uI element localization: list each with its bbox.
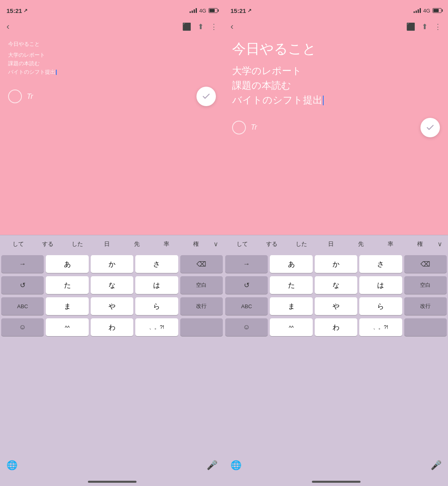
right-key-dakuten[interactable]: ^^ (270, 318, 312, 336)
left-more-icon[interactable]: ⋮ (210, 22, 218, 31)
right-key-arrow[interactable]: → (225, 255, 268, 273)
left-suggestion-0[interactable]: して (3, 239, 33, 249)
left-network-label: 4G (199, 8, 206, 14)
right-toolbar-right: ⬛ ⬆ ⋮ (406, 22, 442, 31)
right-suggestion-0[interactable]: して (227, 239, 257, 249)
right-back-button[interactable]: ‹ (230, 21, 233, 32)
right-suggestion-6[interactable]: 権 (405, 239, 435, 249)
left-key-ha[interactable]: は (135, 276, 178, 294)
right-key-na[interactable]: な (315, 276, 357, 294)
signal-bar-2 (192, 11, 193, 13)
left-circle-button[interactable] (8, 90, 22, 103)
right-network-label: 4G (423, 8, 430, 14)
left-key-a[interactable]: あ (46, 255, 88, 273)
right-key-space[interactable]: 空白 (404, 276, 447, 294)
left-key-emoji[interactable]: ☺ (1, 318, 44, 336)
left-check-button[interactable] (196, 87, 216, 106)
left-time-text: 15:21 (6, 7, 22, 14)
left-tr-label[interactable]: Tr (27, 92, 33, 101)
left-suggestion-1[interactable]: する (33, 239, 62, 249)
left-keyboard-row-4: ☺ ^^ わ 、。?! (1, 318, 223, 336)
left-delete-icon[interactable]: ⬛ (182, 22, 191, 31)
right-more-icon[interactable]: ⋮ (434, 22, 442, 31)
left-key-ka[interactable]: か (91, 255, 133, 273)
signal-bar-3 (194, 9, 195, 13)
right-suggestion-1[interactable]: する (257, 239, 286, 249)
right-key-wa[interactable]: わ (315, 318, 357, 336)
left-suggestion-5[interactable]: 率 (151, 239, 181, 249)
left-signal-bars (190, 8, 197, 13)
left-key-dakuten[interactable]: ^^ (46, 318, 88, 336)
left-note-title: 今日やること (8, 40, 216, 48)
left-back-button[interactable]: ‹ (6, 21, 9, 32)
left-bottom-left: Tr (8, 90, 33, 103)
left-status-bar: 15:21 ↗ 4G (0, 0, 224, 18)
left-suggestion-2[interactable]: した (63, 239, 92, 249)
right-key-ha[interactable]: は (359, 276, 402, 294)
left-note-body[interactable]: 大学のレポート課題の本読むバイトのシフト提出 (8, 51, 216, 76)
right-key-ma[interactable]: ま (270, 297, 312, 315)
left-mic-icon[interactable]: 🎤 (207, 460, 218, 471)
left-key-ya[interactable]: や (91, 297, 133, 315)
left-share-icon[interactable]: ⬆ (198, 22, 204, 31)
left-suggestion-3[interactable]: 日 (92, 239, 122, 249)
right-signal-bar-3 (418, 9, 419, 13)
right-key-abc[interactable]: ABC (225, 297, 268, 315)
right-key-emoji[interactable]: ☺ (225, 318, 268, 336)
right-share-icon[interactable]: ⬆ (422, 22, 428, 31)
left-key-blank[interactable] (180, 318, 223, 336)
right-home-indicator (224, 477, 448, 486)
right-suggestion-3[interactable]: 日 (316, 239, 346, 249)
left-home-bar (88, 481, 137, 483)
left-key-ta[interactable]: た (46, 276, 88, 294)
right-key-ka[interactable]: か (315, 255, 357, 273)
right-globe-icon[interactable]: 🌐 (230, 460, 241, 471)
right-key-undo[interactable]: ↺ (225, 276, 268, 294)
right-check-button[interactable] (420, 118, 440, 137)
right-key-ya[interactable]: や (315, 297, 357, 315)
right-signal-bar-4 (420, 8, 421, 13)
right-key-a[interactable]: あ (270, 255, 312, 273)
left-suggestion-4[interactable]: 先 (122, 239, 151, 249)
left-key-na[interactable]: な (91, 276, 133, 294)
right-key-sa[interactable]: さ (359, 255, 402, 273)
left-suggestion-chevron[interactable]: ∨ (211, 240, 221, 248)
left-key-ma[interactable]: ま (46, 297, 88, 315)
left-key-arrow[interactable]: → (1, 255, 44, 273)
left-key-space[interactable]: 空白 (180, 276, 223, 294)
left-suggestion-6[interactable]: 権 (181, 239, 211, 249)
left-globe-icon[interactable]: 🌐 (6, 460, 17, 471)
left-key-punct[interactable]: 、。?! (135, 318, 178, 336)
right-delete-icon[interactable]: ⬛ (406, 22, 415, 31)
right-suggestion-2[interactable]: した (287, 239, 316, 249)
right-circle-button[interactable] (232, 121, 246, 134)
right-phone-panel: 15:21 ↗ 4G ‹ ⬛ (224, 0, 448, 486)
left-key-undo[interactable]: ↺ (1, 276, 44, 294)
left-key-ra[interactable]: ら (135, 297, 178, 315)
left-key-backspace[interactable]: ⌫ (180, 255, 223, 273)
right-battery-fill (433, 9, 439, 12)
right-suggestion-4[interactable]: 先 (346, 239, 375, 249)
right-key-ta[interactable]: た (270, 276, 312, 294)
right-tr-label[interactable]: Tr (251, 123, 257, 132)
right-suggestion-5[interactable]: 率 (375, 239, 405, 249)
right-note-body[interactable]: 大学のレポート課題の本読むバイトのシフト提出 (232, 64, 440, 107)
right-key-ra[interactable]: ら (359, 297, 402, 315)
right-signal-arrow: ↗ (247, 8, 252, 13)
right-suggestion-chevron[interactable]: ∨ (435, 240, 445, 248)
right-key-blank[interactable] (404, 318, 447, 336)
left-key-wa[interactable]: わ (91, 318, 133, 336)
left-status-right: 4G (190, 8, 218, 14)
right-battery-icon (433, 8, 442, 13)
left-key-abc[interactable]: ABC (1, 297, 44, 315)
left-key-return[interactable]: 改行 (180, 297, 223, 315)
right-signal-bar-1 (414, 11, 415, 13)
left-suggestion-bar: して する した 日 先 率 権 ∨ (0, 235, 224, 253)
right-key-backspace[interactable]: ⌫ (404, 255, 447, 273)
left-key-sa[interactable]: さ (135, 255, 178, 273)
right-key-punct[interactable]: 、。?! (359, 318, 402, 336)
left-keyboard-row-1: → あ か さ ⌫ (1, 255, 223, 273)
right-key-return[interactable]: 改行 (404, 297, 447, 315)
right-mic-icon[interactable]: 🎤 (431, 460, 442, 471)
left-note-bottom-bar: Tr (0, 84, 224, 109)
